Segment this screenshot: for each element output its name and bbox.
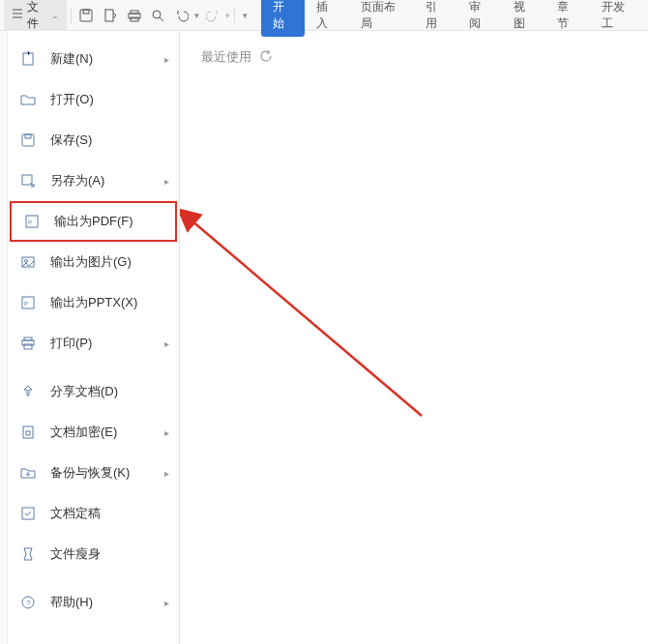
print-icon [19,335,37,352]
new-file-icon [19,50,37,68]
left-gutter [0,31,8,644]
pdf-icon: P [23,213,41,230]
chevron-right-icon: ▸ [164,468,169,479]
menu-label: 保存(S) [50,132,92,149]
redo-icon[interactable] [201,4,223,27]
menu-save[interactable]: 保存(S) [8,120,179,161]
refresh-icon[interactable] [259,49,273,66]
menu-backup[interactable]: 备份与恢复(K) ▸ [8,453,179,493]
redo-dropdown[interactable]: ▾ [225,11,230,20]
chevron-down-icon: ⌄ [51,11,59,20]
file-menu-sidebar: 新建(N) ▸ 打开(O) 保存(S) 另存为(A) ▸ P 输出为PDF(F)… [8,31,180,644]
menu-share[interactable]: 分享文档(D) [8,371,179,412]
hamburger-icon [12,8,23,22]
menu-label: 文档定稿 [50,505,101,522]
chevron-right-icon: ▸ [164,338,169,349]
chevron-right-icon: ▸ [164,176,169,187]
svg-rect-22 [22,508,34,519]
menu-label: 帮助(H) [50,594,93,611]
print-icon[interactable] [123,4,145,27]
backup-icon [19,464,37,482]
menu-new[interactable]: 新建(N) ▸ [8,39,179,79]
lock-icon [19,424,37,441]
tab-start[interactable]: 开始 [261,0,306,37]
chevron-right-icon: ▸ [164,54,169,65]
menu-open[interactable]: 打开(O) [8,79,179,120]
chevron-right-icon: ▸ [164,427,169,438]
titlebar: 文件 ⌄ ▾ ▾ ▾ 开始 插入 页面布局 引用 审阅 视图 章节 开发工 [0,0,648,31]
recent-label: 最近使用 [201,48,251,66]
insert-page-icon[interactable] [100,4,122,27]
pptx-icon: P [19,294,37,311]
tab-pagelayout[interactable]: 页面布局 [349,0,414,37]
chevron-right-icon: ▸ [164,598,169,608]
menu-label: 备份与恢复(K) [50,464,130,482]
menu-label: 文档加密(E) [50,424,117,441]
help-icon: ? [19,594,37,611]
compress-icon [19,545,37,563]
recent-section: 最近使用 [193,39,648,75]
tab-insert[interactable]: 插入 [305,0,349,37]
content-area: 最近使用 [193,39,648,75]
menu-encrypt[interactable]: 文档加密(E) ▸ [8,412,179,453]
menu-export-pdf[interactable]: P 输出为PDF(F) [10,201,177,242]
tab-chapter[interactable]: 章节 [545,0,590,37]
svg-text:P: P [28,220,32,225]
menu-label: 输出为PDF(F) [54,213,133,230]
menu-label: 新建(N) [50,50,93,68]
save-icon [19,132,37,149]
menu-label: 打开(O) [50,91,94,108]
menu-help[interactable]: ? 帮助(H) ▸ [8,582,179,623]
svg-text:P: P [24,301,28,307]
svg-point-14 [25,260,28,263]
menu-finalize[interactable]: 文档定稿 [8,493,179,534]
undo-dropdown[interactable]: ▾ [194,11,199,20]
image-icon [19,253,37,271]
svg-rect-21 [26,431,30,435]
menu-label: 输出为图片(G) [50,253,132,271]
svg-rect-8 [22,134,34,146]
ribbon-tabs: 开始 插入 页面布局 引用 审阅 视图 章节 开发工 [261,0,644,37]
menu-saveas[interactable]: 另存为(A) ▸ [8,161,179,201]
svg-point-6 [153,11,161,18]
menu-label: 输出为PPTX(X) [50,294,137,311]
menu-label: 文件瘦身 [50,545,101,563]
save-icon[interactable] [75,4,98,27]
svg-line-25 [191,220,422,416]
tab-references[interactable]: 引用 [414,0,458,37]
menu-label: 分享文档(D) [50,383,118,400]
svg-rect-1 [83,10,89,14]
quick-access-dropdown[interactable]: ▾ [239,11,251,20]
undo-icon[interactable] [171,4,193,27]
menu-slim[interactable]: 文件瘦身 [8,534,179,574]
menu-label: 另存为(A) [50,172,104,190]
tab-dev[interactable]: 开发工 [590,0,644,37]
svg-rect-20 [23,426,33,438]
tab-view[interactable]: 视图 [502,0,546,37]
preview-icon[interactable] [147,4,169,27]
saveas-icon [19,172,37,190]
folder-open-icon [19,91,37,108]
checkmark-icon [19,505,37,522]
tab-review[interactable]: 审阅 [457,0,502,37]
separator [71,8,72,23]
separator [234,8,235,23]
menu-print[interactable]: 打印(P) ▸ [8,323,179,364]
svg-rect-9 [25,134,31,138]
share-icon [19,383,37,400]
menu-label: 打印(P) [50,335,92,352]
file-label: 文件 [27,0,47,32]
menu-export-image[interactable]: 输出为图片(G) [8,242,179,282]
svg-text:?: ? [26,599,31,607]
svg-rect-0 [80,10,92,21]
annotation-arrow [180,203,431,425]
menu-export-pptx[interactable]: P 输出为PPTX(X) [8,282,179,323]
svg-rect-2 [105,10,113,21]
